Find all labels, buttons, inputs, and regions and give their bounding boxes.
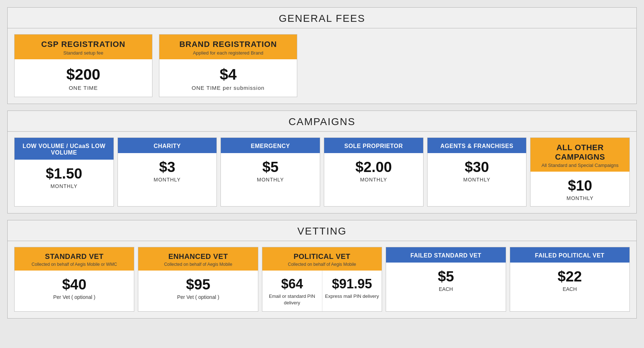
brand-amount: $4 (164, 66, 293, 83)
vet-period-4: EACH (513, 286, 627, 292)
campaign-period-5: MONTHLY (533, 195, 627, 201)
campaign-card-4: AGENTS & FRANCHISES$30MONTHLY (427, 137, 527, 207)
campaign-card-1: CHARITY$3MONTHLY (118, 137, 217, 207)
csp-body: $200 ONE TIME (15, 59, 152, 97)
campaign-body-5: $10MONTHLY (530, 172, 629, 206)
political-col2: $91.95Express mail PIN delivery (322, 271, 382, 311)
campaign-card-2: EMERGENCY$5MONTHLY (220, 137, 320, 207)
vet-card-0: STANDARD VETCollected on behalf of Aegis… (14, 247, 134, 312)
campaign-amount-3: $2.00 (327, 159, 420, 175)
vet-body-3: $5EACH (386, 263, 505, 311)
campaigns-title: CAMPAIGNS (8, 111, 636, 132)
csp-period: ONE TIME (19, 85, 148, 91)
vet-card-4: FAILED POLITICAL VET$22EACH (510, 247, 630, 312)
campaign-main-label-0: LOW VOLUME / UCaaS LOW VOLUME (17, 143, 111, 156)
political-amount-1: $64 (264, 276, 321, 292)
campaign-period-0: MONTHLY (17, 183, 111, 189)
campaign-main-label-1: CHARITY (121, 143, 214, 149)
vet-header-4: FAILED POLITICAL VET (510, 247, 629, 263)
campaign-card-5: ALL OTHER CAMPAIGNSAll Standard and Spec… (530, 137, 630, 207)
political-amount-2: $91.95 (324, 276, 381, 292)
campaign-amount-1: $3 (121, 159, 214, 175)
campaign-period-2: MONTHLY (224, 177, 317, 183)
vetting-title: VETTING (8, 220, 636, 241)
campaign-card-3: SOLE PROPRIETOR$2.00MONTHLY (324, 137, 424, 207)
campaign-body-4: $30MONTHLY (428, 153, 526, 206)
vet-body-4: $22EACH (510, 263, 629, 311)
campaign-period-1: MONTHLY (121, 177, 214, 183)
brand-body: $4 ONE TIME per submission (159, 59, 297, 97)
campaign-amount-5: $10 (533, 177, 627, 194)
vetting-section: VETTING STANDARD VETCollected on behalf … (7, 220, 637, 319)
campaign-body-2: $5MONTHLY (221, 153, 320, 206)
political-col1: $64Email or standard PIN delivery (262, 271, 322, 311)
campaign-main-label-2: EMERGENCY (224, 143, 317, 149)
vet-main-label-0: STANDARD VET (17, 252, 131, 261)
vet-amount-3: $5 (389, 268, 502, 285)
vet-sub-label-1: Collected on behalf of Aegis Mobile (141, 262, 255, 267)
campaign-main-label-4: AGENTS & FRANCHISES (430, 143, 524, 149)
vetting-grid: STANDARD VETCollected on behalf of Aegis… (8, 247, 636, 312)
brand-registration-card: BRAND REGISTRATION Applied for each regi… (159, 34, 297, 97)
general-fees-section: GENERAL FEES CSP REGISTRATION Standard s… (7, 7, 637, 104)
campaign-header-2: EMERGENCY (221, 138, 320, 153)
vet-body-0: $40Per Vet ( optional ) (15, 271, 134, 311)
campaign-header-1: CHARITY (118, 138, 217, 153)
campaign-card-0: LOW VOLUME / UCaaS LOW VOLUME$1.50MONTHL… (14, 137, 114, 207)
vet-main-label-3: FAILED STANDARD VET (389, 252, 502, 259)
vet-period-0: Per Vet ( optional ) (17, 294, 131, 300)
vet-period-1: Per Vet ( optional ) (141, 294, 255, 300)
csp-sub-label: Standard setup fee (19, 50, 148, 56)
political-note-2: Express mail PIN delivery (324, 293, 381, 300)
vet-header-2: POLITICAL VETCollected on behalf of Aegi… (262, 247, 382, 271)
campaign-main-label-3: SOLE PROPRIETOR (327, 143, 420, 149)
vet-header-1: ENHANCED VETCollected on behalf of Aegis… (138, 247, 258, 271)
political-note-1: Email or standard PIN delivery (264, 293, 321, 306)
vet-main-label-2: POLITICAL VET (265, 252, 379, 261)
csp-amount: $200 (19, 66, 148, 83)
campaign-header-4: AGENTS & FRANCHISES (428, 138, 526, 153)
general-fees-grid: CSP REGISTRATION Standard setup fee $200… (8, 34, 636, 97)
csp-header: CSP REGISTRATION Standard setup fee (15, 35, 152, 59)
vet-card-2: POLITICAL VETCollected on behalf of Aegi… (262, 247, 382, 312)
brand-period: ONE TIME per submission (164, 85, 293, 91)
vet-card-3: FAILED STANDARD VET$5EACH (386, 247, 506, 312)
campaign-body-3: $2.00MONTHLY (324, 153, 423, 206)
vet-amount-1: $95 (141, 276, 255, 293)
vet-sub-label-2: Collected on behalf of Aegis Mobile (265, 262, 379, 267)
vet-period-3: EACH (389, 286, 502, 292)
campaign-body-0: $1.50MONTHLY (15, 160, 114, 206)
brand-sub-label: Applied for each registered Brand (164, 50, 293, 56)
campaign-sub-label-5: All Standard and Special Campaigns (533, 163, 627, 168)
brand-main-label: BRAND REGISTRATION (164, 40, 293, 49)
vet-card-1: ENHANCED VETCollected on behalf of Aegis… (138, 247, 258, 312)
campaign-main-label-5: ALL OTHER CAMPAIGNS (533, 143, 627, 162)
campaign-amount-2: $5 (224, 159, 317, 175)
campaign-period-3: MONTHLY (327, 177, 420, 183)
political-sub-2: $64Email or standard PIN delivery$91.95E… (262, 271, 382, 311)
csp-main-label: CSP REGISTRATION (19, 40, 148, 49)
campaigns-grid: LOW VOLUME / UCaaS LOW VOLUME$1.50MONTHL… (8, 137, 636, 207)
brand-header: BRAND REGISTRATION Applied for each regi… (159, 35, 297, 59)
campaign-period-4: MONTHLY (430, 177, 524, 183)
campaign-header-3: SOLE PROPRIETOR (324, 138, 423, 153)
vet-header-0: STANDARD VETCollected on behalf of Aegis… (15, 247, 134, 271)
campaign-amount-0: $1.50 (17, 165, 111, 182)
vet-header-3: FAILED STANDARD VET (386, 247, 505, 263)
vet-sub-label-0: Collected on behalf of Aegis Mobile or W… (17, 262, 131, 267)
vet-amount-0: $40 (17, 276, 131, 293)
vet-main-label-1: ENHANCED VET (141, 252, 255, 261)
vet-main-label-4: FAILED POLITICAL VET (513, 252, 627, 259)
campaign-header-0: LOW VOLUME / UCaaS LOW VOLUME (15, 138, 114, 160)
campaign-body-1: $3MONTHLY (118, 153, 217, 206)
general-fees-title: GENERAL FEES (8, 8, 636, 28)
vet-body-1: $95Per Vet ( optional ) (138, 271, 258, 311)
campaign-header-5: ALL OTHER CAMPAIGNSAll Standard and Spec… (530, 138, 629, 172)
vet-amount-4: $22 (513, 268, 627, 285)
campaign-amount-4: $30 (430, 159, 524, 175)
campaigns-section: CAMPAIGNS LOW VOLUME / UCaaS LOW VOLUME$… (7, 111, 637, 213)
csp-registration-card: CSP REGISTRATION Standard setup fee $200… (14, 34, 152, 97)
